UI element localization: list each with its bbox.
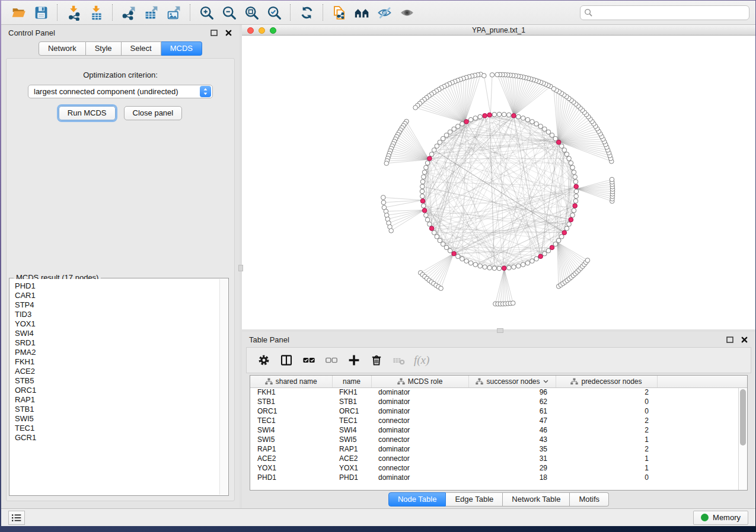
network-node[interactable] [478,114,483,119]
maximize-window-icon[interactable] [270,27,276,34]
network-node[interactable] [562,148,567,153]
memory-button[interactable]: Memory [693,511,748,525]
save-session-button[interactable] [30,2,52,23]
network-node[interactable] [525,261,530,265]
cell-mcds-role[interactable]: dominator [371,397,468,406]
close-window-icon[interactable] [247,27,254,34]
new-network-from-selection-button[interactable] [328,2,350,23]
mcds-result-item[interactable]: GCR1 [15,433,219,443]
cell-name[interactable]: ACE2 [332,454,371,463]
network-node[interactable] [413,105,418,110]
mcds-node[interactable] [502,266,506,271]
table-row[interactable]: PHD1PHD1dominator180 [250,473,747,482]
network-node[interactable] [497,112,502,117]
network-node[interactable] [425,217,430,222]
network-node[interactable] [441,242,445,246]
table-tab-network-table[interactable]: Network Table [503,492,570,507]
cell-name[interactable]: STB1 [332,397,371,406]
network-node[interactable] [574,189,579,194]
network-node[interactable] [492,266,497,271]
cell-mcds-role[interactable]: dominator [371,387,468,397]
cell-predecessor-nodes[interactable]: 2 [556,416,657,425]
network-node[interactable] [452,127,457,132]
network-node[interactable] [448,248,452,253]
network-node[interactable] [381,200,386,205]
column-header-mcds-role[interactable]: MCDS role [371,376,468,387]
cell-successor-nodes[interactable]: 96 [468,387,556,397]
splitter-grip[interactable] [497,328,503,333]
select-all-columns-button[interactable] [299,350,319,370]
cell-mcds-role[interactable]: connector [371,454,468,463]
mcds-node[interactable] [556,140,561,145]
network-node[interactable] [530,259,535,264]
mcds-result-item[interactable]: YOX1 [15,319,219,329]
network-node[interactable] [543,251,547,256]
cell-mcds-role[interactable]: dominator [371,425,468,435]
table-row[interactable]: SWI5SWI5connector431 [250,435,747,444]
network-graph[interactable] [242,36,755,329]
cell-name[interactable]: RAP1 [332,444,371,454]
tab-style[interactable]: Style [86,41,122,56]
network-node[interactable] [573,175,578,180]
cell-successor-nodes[interactable]: 47 [468,416,556,425]
zoom-out-button[interactable] [218,2,240,23]
delete-table-button[interactable] [389,350,409,370]
delete-column-button[interactable] [366,350,387,370]
open-file-button[interactable] [8,2,29,23]
network-node[interactable] [569,161,573,165]
export-image-button[interactable] [163,2,184,23]
table-row[interactable]: TEC1TEC1connector472 [250,416,747,425]
network-node[interactable] [420,184,425,189]
table-row[interactable]: ORC1ORC1dominator610 [250,406,747,416]
cell-shared-name[interactable]: YOX1 [250,463,332,473]
mcds-node[interactable] [550,245,554,250]
network-node[interactable] [492,113,497,117]
network-node[interactable] [473,262,478,267]
table-settings-button[interactable] [254,350,274,370]
show-all-button[interactable] [396,2,417,23]
mcds-node[interactable] [452,251,457,256]
network-node[interactable] [448,130,452,134]
network-node[interactable] [585,258,590,263]
network-node[interactable] [610,177,614,182]
network-node[interactable] [384,161,389,166]
cell-predecessor-nodes[interactable]: 2 [556,425,657,435]
mcds-node[interactable] [422,209,427,213]
mcds-result-list[interactable]: PHD1CAR1STP4TID3YOX1SWI4SRD1PMA2FKH1ACE2… [10,279,219,495]
network-node[interactable] [422,204,426,209]
cell-successor-nodes[interactable]: 31 [468,454,556,463]
network-node[interactable] [525,117,530,122]
close-mcds-panel-button[interactable]: Close panel [124,106,183,120]
network-view[interactable] [242,36,755,329]
network-node[interactable] [553,242,558,246]
cell-shared-name[interactable]: STB1 [250,397,332,406]
network-node[interactable] [444,133,449,137]
run-mcds-button[interactable]: Run MCDS [59,106,116,120]
network-node[interactable] [556,238,561,243]
network-node[interactable] [482,73,487,78]
mcds-node[interactable] [538,254,543,259]
network-node[interactable] [530,120,535,124]
mcds-result-item[interactable]: SRD1 [15,338,219,348]
network-node[interactable] [429,152,434,157]
network-node[interactable] [551,86,556,91]
mcds-result-item[interactable]: RAP1 [15,395,219,405]
close-panel-button[interactable] [225,29,232,36]
cell-successor-nodes[interactable]: 29 [468,463,556,473]
mcds-result-item[interactable]: ACE2 [15,367,219,376]
column-header-successor-nodes[interactable]: successor nodes [468,376,556,387]
cell-shared-name[interactable]: SWI5 [250,435,332,444]
network-node[interactable] [502,113,506,117]
cell-mcds-role[interactable]: connector [371,416,468,425]
splitter-grip[interactable] [238,265,243,271]
cell-predecessor-nodes[interactable]: 2 [556,444,657,454]
network-node[interactable] [420,189,425,194]
table-scrollbar[interactable] [738,388,747,490]
cell-shared-name[interactable]: ORC1 [250,406,332,416]
network-node[interactable] [538,124,543,129]
search-input[interactable] [580,5,749,20]
mcds-node[interactable] [574,184,579,189]
mcds-node[interactable] [487,113,492,117]
float-table-panel-button[interactable] [726,336,733,343]
network-node[interactable] [564,226,569,231]
